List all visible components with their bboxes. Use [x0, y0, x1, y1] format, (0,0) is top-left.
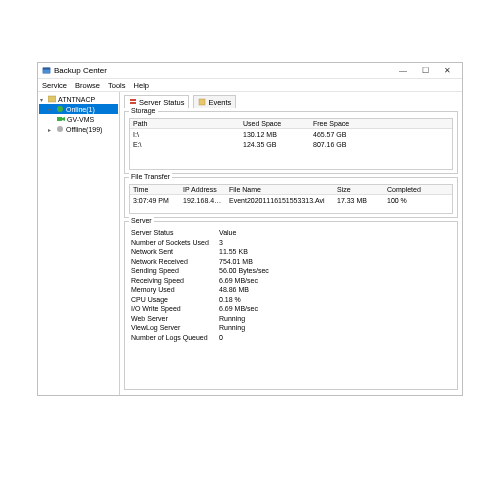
tree-item-label: Offline(199) — [66, 126, 102, 133]
status-online-icon — [56, 105, 64, 113]
tab-label: Events — [208, 98, 231, 107]
kv-val: 56.00 Bytes/sec — [219, 267, 453, 274]
menu-service[interactable]: Service — [42, 81, 67, 90]
kv-key: CPU Usage — [129, 296, 219, 303]
menu-tools[interactable]: Tools — [108, 81, 126, 90]
svg-rect-4 — [57, 117, 62, 121]
server-panel: Server Server Status Value Number of Soc… — [124, 221, 458, 390]
close-button[interactable]: ✕ — [436, 64, 458, 78]
server-icon — [129, 98, 137, 106]
col-filename[interactable]: File Name — [226, 186, 334, 193]
cell-filename: Event20201116151553313.Avi — [226, 197, 334, 204]
col-ip[interactable]: IP Address — [180, 186, 226, 193]
cell-size: 17.33 MB — [334, 197, 384, 204]
maximize-button[interactable]: ☐ — [414, 64, 436, 78]
tree-item-label: Online(1) — [66, 106, 95, 113]
col-value: Value — [219, 229, 453, 236]
server-label: Server — [129, 217, 154, 224]
cell-free: 807.16 GB — [310, 141, 400, 148]
table-row: Web ServerRunning — [129, 314, 453, 324]
kv-key: Network Sent — [129, 248, 219, 255]
col-path[interactable]: Path — [130, 120, 240, 127]
storage-header-row: Path Used Space Free Space — [130, 119, 452, 129]
col-server-status: Server Status — [129, 229, 219, 236]
minimize-button[interactable]: — — [392, 64, 414, 78]
table-row: Network Received754.01 MB — [129, 257, 453, 267]
host-icon — [48, 95, 56, 103]
expand-icon[interactable]: ▾ — [40, 96, 46, 103]
tree-root-label: ATNTNACP — [58, 96, 95, 103]
file-transfer-panel: File Transfer Time IP Address File Name … — [124, 177, 458, 218]
svg-rect-2 — [48, 96, 56, 102]
tab-bar: Server Status Events — [124, 94, 458, 108]
table-row: Network Sent11.55 KB — [129, 247, 453, 257]
tree-item-label: GV-VMS — [67, 116, 94, 123]
tab-label: Server Status — [139, 98, 184, 107]
svg-point-6 — [57, 126, 63, 132]
table-row: Number of Logs Queued0 — [129, 333, 453, 343]
content-area: Server Status Events Storage Path Used S… — [120, 92, 462, 395]
col-free[interactable]: Free Space — [310, 120, 400, 127]
tree-item-online[interactable]: ▾ Online(1) — [39, 104, 118, 114]
expand-icon[interactable]: ▾ — [48, 106, 54, 113]
menu-help[interactable]: Help — [134, 81, 149, 90]
kv-key: ViewLog Server — [129, 324, 219, 331]
cell-path: E:\ — [130, 141, 240, 148]
cell-completed: 100 % — [384, 197, 434, 204]
kv-val: 11.55 KB — [219, 248, 453, 255]
table-row: ViewLog ServerRunning — [129, 323, 453, 333]
storage-label: Storage — [129, 107, 158, 114]
server-header-row: Server Status Value — [129, 228, 453, 238]
tab-events[interactable]: Events — [193, 95, 236, 108]
kv-val: 0 — [219, 334, 453, 341]
col-used[interactable]: Used Space — [240, 120, 310, 127]
cell-free: 465.57 GB — [310, 131, 400, 138]
cell-time: 3:07:49 PM — [130, 197, 180, 204]
table-row: Receiving Speed6.69 MB/sec — [129, 276, 453, 286]
window-controls: — ☐ ✕ — [392, 64, 458, 78]
kv-key: Number of Sockets Used — [129, 239, 219, 246]
svg-rect-8 — [130, 102, 136, 104]
cell-path: I:\ — [130, 131, 240, 138]
col-size[interactable]: Size — [334, 186, 384, 193]
menubar: Service Browse Tools Help — [38, 79, 462, 92]
kv-key: Sending Speed — [129, 267, 219, 274]
table-row: Number of Sockets Used3 — [129, 238, 453, 248]
kv-val: 48.86 MB — [219, 286, 453, 293]
tree-item-offline[interactable]: ▸ Offline(199) — [39, 124, 118, 134]
svg-marker-5 — [62, 117, 65, 121]
kv-val: Running — [219, 324, 453, 331]
kv-val: 754.01 MB — [219, 258, 453, 265]
file-transfer-grid: Time IP Address File Name Size Completed… — [129, 184, 453, 214]
storage-panel: Storage Path Used Space Free Space I:\ 1… — [124, 111, 458, 174]
kv-val: 6.69 MB/sec — [219, 305, 453, 312]
ft-header-row: Time IP Address File Name Size Completed — [130, 185, 452, 195]
storage-grid: Path Used Space Free Space I:\ 130.12 MB… — [129, 118, 453, 170]
kv-key: Number of Logs Queued — [129, 334, 219, 341]
cell-ip: 192.168.4… — [180, 197, 226, 204]
events-icon — [198, 98, 206, 106]
kv-key: Web Server — [129, 315, 219, 322]
kv-key: Network Received — [129, 258, 219, 265]
menu-browse[interactable]: Browse — [75, 81, 100, 90]
table-row[interactable]: 3:07:49 PM 192.168.4… Event2020111615155… — [130, 195, 452, 205]
tree-root[interactable]: ▾ ATNTNACP — [39, 94, 118, 104]
tree-item-gvvms[interactable]: GV-VMS — [39, 114, 118, 124]
table-row: I/O Write Speed6.69 MB/sec — [129, 304, 453, 314]
table-row: CPU Usage0.18 % — [129, 295, 453, 305]
svg-point-3 — [57, 106, 63, 112]
kv-val: Running — [219, 315, 453, 322]
col-time[interactable]: Time — [130, 186, 180, 193]
table-row: Sending Speed56.00 Bytes/sec — [129, 266, 453, 276]
expand-icon[interactable]: ▸ — [48, 126, 54, 133]
svg-rect-1 — [43, 68, 50, 70]
table-row: Memory Used48.86 MB — [129, 285, 453, 295]
device-tree: ▾ ATNTNACP ▾ Online(1) GV-VMS ▸ Offline(… — [38, 92, 120, 395]
file-transfer-label: File Transfer — [129, 173, 172, 180]
table-row[interactable]: E:\ 124.35 GB 807.16 GB — [130, 139, 452, 149]
svg-rect-9 — [199, 99, 205, 105]
app-icon — [42, 66, 51, 75]
table-row[interactable]: I:\ 130.12 MB 465.57 GB — [130, 129, 452, 139]
col-completed[interactable]: Completed — [384, 186, 434, 193]
window-title: Backup Center — [54, 66, 392, 75]
